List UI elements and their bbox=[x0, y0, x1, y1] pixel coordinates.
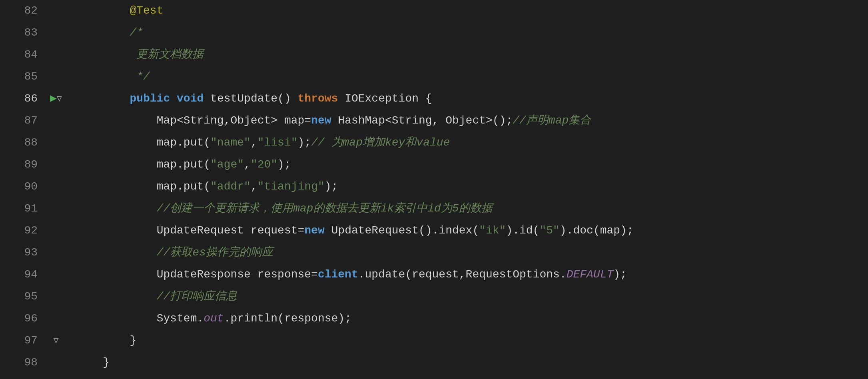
token: ).id( bbox=[506, 222, 539, 240]
token: HashMap<String, Object>(); bbox=[331, 112, 513, 130]
line-number-87: 87 bbox=[8, 110, 38, 132]
line-number-96: 96 bbox=[8, 308, 38, 330]
gutter-cell-97: ▽ bbox=[44, 330, 68, 352]
token: //创建一个更新请求，使用map的数据去更新ik索引中id为5的数据 bbox=[76, 200, 493, 218]
gutter-cell-82 bbox=[44, 0, 68, 22]
token: "lisi" bbox=[257, 134, 298, 152]
gutter-cell-96 bbox=[44, 308, 68, 330]
gutter-cell-92 bbox=[44, 220, 68, 242]
token: ); bbox=[325, 178, 338, 196]
token: ); bbox=[613, 266, 627, 284]
code-line-95: //打印响应信息 bbox=[76, 286, 868, 308]
code-editor: 8283848586878889909192939495969798 ▶ ▽▽ … bbox=[0, 0, 868, 379]
gutter-cell-94 bbox=[44, 264, 68, 286]
code-line-82: @Test bbox=[76, 0, 868, 22]
token bbox=[76, 68, 130, 86]
token: testUpdate() bbox=[204, 90, 297, 108]
token: System. bbox=[76, 310, 204, 328]
token: map.put( bbox=[76, 156, 210, 174]
line-number-84: 84 bbox=[8, 44, 38, 66]
code-line-91: //创建一个更新请求，使用map的数据去更新ik索引中id为5的数据 bbox=[76, 198, 868, 220]
token: */ bbox=[130, 68, 150, 86]
gutter-cell-90 bbox=[44, 176, 68, 198]
token: /* bbox=[130, 24, 143, 42]
token: // 为map增加key和value bbox=[311, 134, 450, 152]
gutter: ▶ ▽▽ bbox=[44, 0, 68, 379]
code-line-98: } bbox=[76, 352, 868, 374]
gutter-cell-95 bbox=[44, 286, 68, 308]
code-line-88: map.put("name","lisi");// 为map增加key和valu… bbox=[76, 132, 868, 154]
token: 更新文档数据 bbox=[130, 46, 204, 64]
token: , bbox=[244, 156, 251, 174]
gutter-cell-98 bbox=[44, 352, 68, 374]
line-number-85: 85 bbox=[8, 66, 38, 88]
token: ); bbox=[277, 156, 291, 174]
token: //获取es操作完的响应 bbox=[76, 244, 273, 262]
run-icon[interactable]: ▶ bbox=[50, 90, 57, 108]
token: Map<String,Object> map= bbox=[76, 112, 311, 130]
code-line-83: /* bbox=[76, 22, 868, 44]
token: DEFAULT bbox=[567, 266, 614, 284]
line-number-86: 86 bbox=[8, 88, 38, 110]
code-line-97: } bbox=[76, 330, 868, 352]
token: map.put( bbox=[76, 134, 210, 152]
token bbox=[76, 2, 130, 20]
line-number-93: 93 bbox=[8, 242, 38, 264]
line-number-88: 88 bbox=[8, 132, 38, 154]
token: new bbox=[311, 112, 331, 130]
token bbox=[76, 24, 130, 42]
line-number-83: 83 bbox=[8, 22, 38, 44]
code-line-87: Map<String,Object> map=new HashMap<Strin… bbox=[76, 110, 868, 132]
token: out bbox=[204, 310, 223, 328]
token bbox=[76, 90, 130, 108]
token: .update(request,RequestOptions. bbox=[358, 266, 567, 284]
bookmark-icon[interactable]: ▽ bbox=[57, 92, 62, 106]
line-number-98: 98 bbox=[8, 352, 38, 374]
token: //打印响应信息 bbox=[76, 288, 237, 306]
token: void bbox=[177, 90, 204, 108]
token: //声明map集合 bbox=[513, 112, 591, 130]
token: "age" bbox=[210, 156, 244, 174]
line-number-95: 95 bbox=[8, 286, 38, 308]
token: UpdateRequest().index( bbox=[325, 222, 479, 240]
token: UpdateRequest request= bbox=[76, 222, 304, 240]
token: } bbox=[76, 332, 136, 350]
token: } bbox=[76, 354, 110, 372]
code-line-90: map.put("addr","tianjing"); bbox=[76, 176, 868, 198]
gutter-cell-86: ▶ ▽ bbox=[44, 88, 68, 110]
fold-icon[interactable]: ▽ bbox=[53, 334, 58, 348]
gutter-cell-89 bbox=[44, 154, 68, 176]
code-line-89: map.put("age","20"); bbox=[76, 154, 868, 176]
token: throws bbox=[298, 90, 338, 108]
token: , bbox=[251, 178, 257, 196]
line-number-90: 90 bbox=[8, 176, 38, 198]
line-number-82: 82 bbox=[8, 0, 38, 22]
line-number-92: 92 bbox=[8, 220, 38, 242]
token: new bbox=[304, 222, 324, 240]
gutter-cell-91 bbox=[44, 198, 68, 220]
gutter-cell-83 bbox=[44, 22, 68, 44]
line-number-97: 97 bbox=[8, 330, 38, 352]
token: UpdateResponse response= bbox=[76, 266, 318, 284]
token: map.put( bbox=[76, 178, 210, 196]
gutter-cell-87 bbox=[44, 110, 68, 132]
token: "ik" bbox=[479, 222, 506, 240]
token: client bbox=[318, 266, 358, 284]
token: "20" bbox=[251, 156, 277, 174]
token: IOException { bbox=[338, 90, 432, 108]
line-number-91: 91 bbox=[8, 198, 38, 220]
line-number-94: 94 bbox=[8, 264, 38, 286]
code-line-93: //获取es操作完的响应 bbox=[76, 242, 868, 264]
line-number-89: 89 bbox=[8, 154, 38, 176]
token: "addr" bbox=[210, 178, 251, 196]
token: ).doc(map); bbox=[560, 222, 634, 240]
gutter-cell-93 bbox=[44, 242, 68, 264]
code-line-84: 更新文档数据 bbox=[76, 44, 868, 66]
token: @Test bbox=[130, 2, 163, 20]
token: public bbox=[130, 90, 170, 108]
code-content: @Test /* 更新文档数据 */ public void testUpdat… bbox=[68, 0, 868, 379]
gutter-cell-88 bbox=[44, 132, 68, 154]
token bbox=[170, 90, 177, 108]
code-line-85: */ bbox=[76, 66, 868, 88]
code-line-94: UpdateResponse response=client.update(re… bbox=[76, 264, 868, 286]
